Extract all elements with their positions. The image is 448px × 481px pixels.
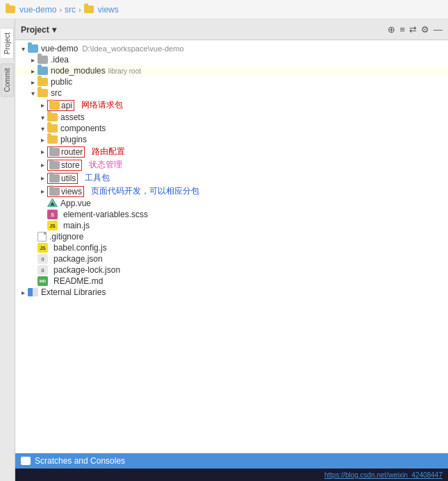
url-text[interactable]: https://blog.csdn.net/weixin_42408447 [324,471,442,479]
tree-item-api[interactable]: api 网络请求包 [15,99,448,112]
sidebar-tab-commit[interactable]: Commit [1,63,14,96]
file-tree: vue-demo D:\Idea_workspace\vue-demo .ide… [15,40,448,453]
file-icon-gitignore [38,232,47,242]
action-minimize-icon[interactable]: — [433,24,442,35]
root-path: D:\Idea_workspace\vue-demo [82,44,183,53]
label-idea: .idea [51,55,69,65]
ext-lib-icon [28,288,38,296]
breadcrumb-sep-1: › [78,6,81,14]
arrow-public [28,78,38,86]
folder-icon-public [38,78,48,86]
tree-item-node-modules[interactable]: node_modules library root [15,65,448,76]
annotation-store: 状态管理 [89,159,122,171]
label-components: components [60,124,106,133]
url-bar: https://blog.csdn.net/weixin_42408447 [15,469,448,481]
project-panel: Project ▾ ⊕ ≡ ⇄ ⚙ — vue-demo D:\Idea_wor… [15,19,448,481]
label-external: External Libraries [41,287,106,297]
label-app-vue: App.vue [60,199,91,208]
tree-item-store[interactable]: store 状态管理 [15,158,448,171]
root-label: vue-demo [41,44,78,53]
tree-item-readme[interactable]: MD README.md [15,276,448,287]
annotation-utils: 工具包 [85,172,110,184]
arrow-utils [38,174,47,182]
panel-header: Project ▾ ⊕ ≡ ⇄ ⚙ — [15,19,448,40]
folder-icon-plugins [47,135,58,144]
label-package-json: package.json [53,254,103,264]
breadcrumb-sep-0: › [59,6,62,14]
tree-item-root[interactable]: vue-demo D:\Idea_workspace\vue-demo [15,43,448,54]
label-store: store [61,160,80,170]
panel-dropdown-icon[interactable]: ▾ [52,25,56,35]
arrow-components [38,125,47,133]
label-public: public [51,77,72,87]
tree-item-public[interactable]: public [15,76,448,87]
arrow-store [38,161,47,169]
tree-item-src[interactable]: src [15,87,448,99]
label-views: views [61,187,82,196]
main-layout: Project Commit Project ▾ ⊕ ≡ ⇄ ⚙ — [0,19,448,481]
tree-item-plugins[interactable]: plugins [15,134,448,145]
breadcrumb-item-2[interactable]: views [98,5,119,15]
tree-item-external[interactable]: External Libraries [15,287,448,298]
tree-item-scss[interactable]: S element-variables.scss [15,209,448,220]
panel-title-text: Project [21,25,49,35]
tree-item-assets[interactable]: assets [15,112,448,123]
folder-icon-src [38,89,48,97]
label-src: src [51,88,62,98]
arrow-node-modules [28,67,38,75]
arrow-api [38,101,47,109]
breadcrumb-folder-icon-2 [84,6,94,13]
action-list-icon[interactable]: ≡ [399,24,405,35]
utils-red-box: utils [47,173,78,184]
tree-item-utils[interactable]: utils 工具包 [15,171,448,185]
breadcrumb-item-1[interactable]: src [65,5,76,15]
scratches-bar[interactable]: Scratches and Consoles [15,453,448,469]
vue-file-icon [47,199,58,208]
tree-item-app-vue[interactable]: App.vue [15,198,448,209]
label-scss: element-variables.scss [63,210,148,219]
breadcrumb-folder-icon-0 [6,6,15,13]
folder-icon-assets [47,113,58,121]
folder-icon-views [49,187,60,196]
folder-icon-api [49,101,60,110]
label-plugins: plugins [60,135,87,144]
action-split-icon[interactable]: ⇄ [409,24,417,35]
js-file-icon-main: JS [47,221,58,230]
label-utils: utils [61,174,76,183]
folder-icon-idea [38,56,48,64]
tree-item-idea[interactable]: .idea [15,54,448,65]
annotation-views: 页面代码开发，可以相应分包 [91,185,199,197]
annotation-router: 路由配置 [92,146,125,158]
arrow-root [18,45,28,53]
sidebar-tab-project[interactable]: Project [1,28,14,59]
vertical-tabs: Project Commit [0,19,15,481]
views-red-box: views [47,186,84,197]
library-badge: library root [108,67,141,75]
json-file-icon: {} [38,254,48,264]
tree-item-gitignore[interactable]: .gitignore [15,231,448,242]
label-assets: assets [60,112,85,122]
tree-item-main-js[interactable]: JS main.js [15,220,448,231]
scratches-icon [21,457,31,465]
tree-item-package-json[interactable]: {} package.json [15,253,448,264]
folder-icon-utils [49,174,60,183]
tree-item-babel[interactable]: JS babel.config.js [15,242,448,253]
tree-item-package-lock[interactable]: {} package-lock.json [15,264,448,276]
tree-item-components[interactable]: components [15,123,448,134]
breadcrumb-item-0[interactable]: vue-demo [19,5,56,15]
action-gear-icon[interactable]: ⚙ [421,24,429,35]
panel-actions: ⊕ ≡ ⇄ ⚙ — [388,24,442,35]
panel-title: Project ▾ [21,25,56,35]
store-red-box: store [47,160,82,171]
action-add-icon[interactable]: ⊕ [388,24,395,35]
label-main-js: main.js [63,221,90,230]
arrow-idea [28,56,38,64]
folder-icon-node-modules [38,67,48,75]
scss-file-icon: S [47,210,58,219]
tree-item-views[interactable]: views 页面代码开发，可以相应分包 [15,185,448,198]
arrow-external [18,289,28,296]
label-api: api [61,101,72,110]
router-red-box: router [47,146,85,158]
tree-item-router[interactable]: router 路由配置 [15,145,448,158]
arrow-plugins [38,136,47,144]
